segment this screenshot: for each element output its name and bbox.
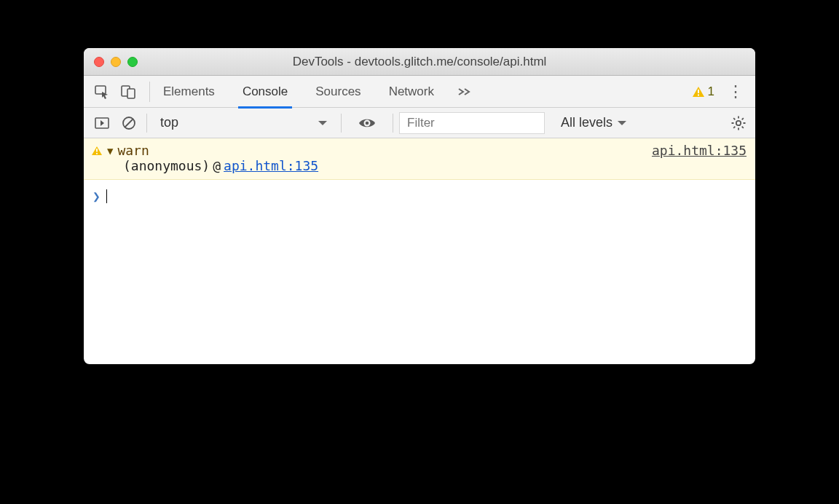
console-toolbar: top All levels [84,108,755,138]
svg-line-16 [742,126,744,127]
minimize-button[interactable] [111,57,121,67]
console-output: ▼ warn api.html:135 (anonymous) @ api.ht… [84,138,755,364]
svg-rect-2 [127,89,135,98]
console-warning-entry[interactable]: ▼ warn api.html:135 (anonymous) @ api.ht… [84,138,755,180]
svg-rect-0 [95,86,106,94]
clear-console-icon[interactable] [122,116,136,130]
at-symbol: @ [213,158,221,173]
chevron-down-icon [617,119,627,127]
warning-count-badge[interactable]: 1 [692,84,714,99]
svg-line-18 [742,118,744,119]
svg-point-9 [366,121,369,125]
disclosure-triangle-icon[interactable]: ▼ [107,145,113,157]
warning-triangle-icon [91,146,103,156]
warning-summary-line: ▼ warn api.html:135 [91,143,747,158]
tabs-row: Elements Console Sources Network 1 ⋮ [84,76,755,108]
context-selector[interactable]: top [153,112,335,134]
chevron-down-icon [318,119,328,127]
close-button[interactable] [94,57,104,67]
live-expression-eye-icon[interactable] [358,117,377,130]
text-caret [106,189,107,203]
svg-line-15 [733,118,735,119]
toggle-console-sidebar-icon[interactable] [94,116,110,130]
window-title: DevTools - devtools.glitch.me/console/ap… [84,55,755,69]
inspect-element-icon[interactable] [94,84,110,100]
prompt-chevron-icon: ❯ [92,189,101,204]
panel-tabs: Elements Console Sources Network [163,76,434,108]
devtools-window: DevTools - devtools.glitch.me/console/ap… [84,48,755,364]
svg-line-17 [733,126,735,127]
trace-source-link[interactable]: api.html:135 [224,158,318,173]
divider [341,114,342,133]
divider [393,114,393,133]
log-levels-selector[interactable]: All levels [561,115,627,130]
inspection-tools [94,84,136,100]
kebab-menu-icon[interactable]: ⋮ [728,84,744,100]
console-prompt[interactable]: ❯ [84,180,755,204]
svg-rect-3 [698,90,699,93]
frame-name: (anonymous) [123,158,210,173]
svg-rect-20 [96,153,98,154]
tab-sources[interactable]: Sources [315,76,361,108]
svg-line-7 [125,119,133,127]
tab-network[interactable]: Network [389,76,434,108]
context-value: top [160,115,178,130]
tab-elements[interactable]: Elements [163,76,215,108]
source-link[interactable]: api.html:135 [652,143,747,158]
divider [146,114,147,133]
device-toggle-icon[interactable] [120,84,136,100]
warning-triangle-icon [692,86,705,98]
filter-input[interactable] [399,112,545,134]
tab-console[interactable]: Console [243,76,288,108]
levels-label: All levels [561,115,612,130]
titlebar: DevTools - devtools.glitch.me/console/ap… [84,48,755,76]
console-settings-gear-icon[interactable] [730,115,747,131]
svg-rect-4 [698,94,699,95]
maximize-button[interactable] [127,57,138,67]
divider [149,82,150,102]
svg-point-10 [736,120,741,125]
more-tabs-chevron-icon[interactable] [457,87,472,97]
warning-message: warn [117,143,149,158]
warning-count: 1 [708,84,714,99]
svg-rect-19 [96,149,98,152]
traffic-lights [94,57,138,67]
stack-trace-line: (anonymous) @ api.html:135 [91,158,747,173]
